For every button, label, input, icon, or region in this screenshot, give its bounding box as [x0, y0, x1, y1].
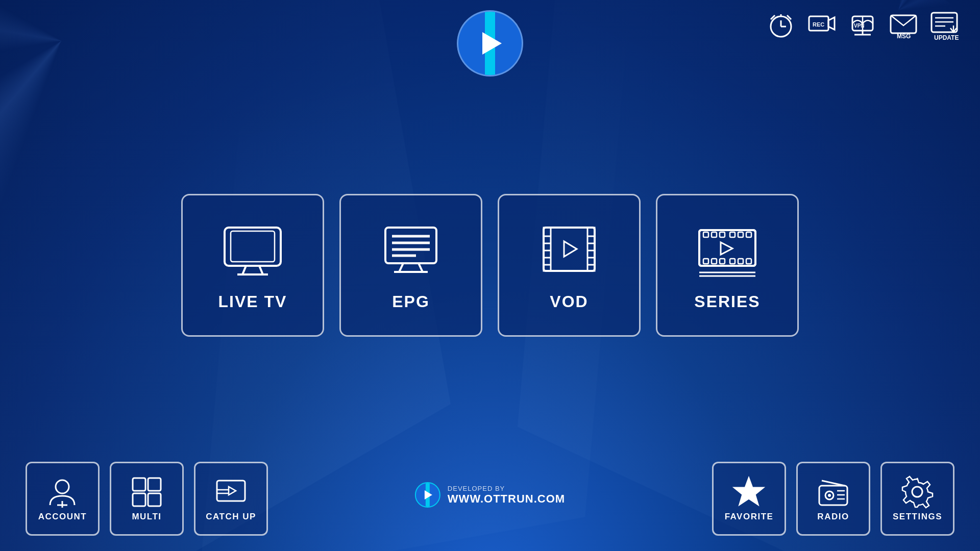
account-icon: [46, 475, 79, 509]
dev-text: DEVELOPED BY WWW.OTTRUN.COM: [448, 485, 565, 506]
svg-rect-22: [225, 228, 281, 266]
svg-rect-49: [699, 230, 755, 266]
multi-button[interactable]: MULTI: [110, 462, 184, 536]
star-icon: [732, 475, 766, 509]
vod-icon: [536, 220, 602, 286]
svg-rect-72: [148, 493, 161, 506]
vpn-button[interactable]: VPN: [847, 10, 878, 41]
svg-rect-61: [738, 259, 743, 264]
svg-rect-54: [730, 232, 735, 237]
svg-text:UPDATE: UPDATE: [934, 34, 959, 41]
svg-text:VPN: VPN: [854, 23, 865, 29]
svg-rect-71: [133, 493, 145, 506]
svg-line-32: [399, 263, 403, 272]
radio-label: RADIO: [817, 512, 849, 522]
svg-rect-51: [703, 232, 708, 237]
app-logo: [457, 10, 523, 77]
tv-icon: [219, 220, 286, 286]
svg-line-25: [259, 266, 263, 274]
catchup-icon: [214, 475, 248, 509]
svg-rect-60: [730, 259, 735, 264]
main-menu: LIVE TV EPG: [181, 194, 799, 337]
alarm-icon: [766, 10, 796, 41]
svg-rect-62: [746, 259, 751, 264]
svg-line-24: [242, 266, 246, 274]
top-toolbar: REC VPN MSG: [766, 10, 960, 41]
favorite-button[interactable]: FAVORITE: [712, 462, 786, 536]
dev-url-label: WWW.OTTRUN.COM: [448, 492, 565, 506]
rec-icon: REC: [806, 10, 837, 41]
svg-rect-73: [217, 481, 245, 501]
svg-marker-48: [564, 241, 577, 257]
svg-text:MSG: MSG: [897, 33, 911, 40]
epg-button[interactable]: EPG: [339, 194, 482, 337]
bottom-left-icons: ACCOUNT MULTI CA: [26, 462, 268, 536]
svg-point-81: [828, 494, 831, 497]
series-label: SERIES: [694, 292, 760, 311]
bottom-right-icons: FAVORITE RADIO: [712, 462, 954, 536]
msg-button[interactable]: MSG: [888, 10, 919, 41]
svg-rect-52: [712, 232, 717, 237]
alarm-button[interactable]: [766, 10, 796, 41]
vod-button[interactable]: VOD: [498, 194, 641, 337]
catch-up-label: CATCH UP: [206, 512, 256, 522]
update-icon: UPDATE: [929, 10, 960, 41]
catch-up-button[interactable]: CATCH UP: [194, 462, 268, 536]
multi-icon: [130, 475, 163, 509]
svg-marker-63: [721, 242, 732, 255]
svg-rect-50: [699, 230, 755, 266]
live-tv-label: LIVE TV: [218, 292, 287, 311]
rec-button[interactable]: REC: [806, 10, 837, 41]
svg-rect-55: [738, 232, 743, 237]
svg-rect-23: [231, 231, 275, 262]
radio-icon: [817, 475, 850, 509]
vpn-icon: VPN: [847, 10, 878, 41]
settings-label: SETTINGS: [893, 512, 942, 522]
account-label: ACCOUNT: [38, 512, 87, 522]
svg-marker-7: [828, 17, 835, 30]
svg-rect-57: [703, 259, 708, 264]
svg-line-33: [419, 263, 423, 272]
dev-logo: [415, 482, 440, 508]
bottom-bar: ACCOUNT MULTI CA: [0, 462, 980, 536]
settings-icon: [901, 475, 934, 509]
svg-point-66: [56, 480, 69, 493]
settings-button[interactable]: SETTINGS: [880, 462, 954, 536]
svg-rect-70: [148, 478, 161, 491]
svg-rect-69: [133, 478, 145, 491]
series-icon: [694, 220, 761, 286]
svg-rect-58: [712, 259, 717, 264]
live-tv-button[interactable]: LIVE TV: [181, 194, 324, 337]
update-button[interactable]: UPDATE: [929, 10, 960, 41]
radio-button[interactable]: RADIO: [796, 462, 870, 536]
developer-credit: DEVELOPED BY WWW.OTTRUN.COM: [415, 482, 565, 508]
svg-rect-59: [720, 259, 725, 264]
svg-marker-77: [734, 478, 763, 505]
svg-rect-56: [746, 232, 751, 237]
dev-by-label: DEVELOPED BY: [448, 485, 565, 492]
svg-point-85: [912, 487, 922, 497]
favorite-label: FAVORITE: [725, 512, 774, 522]
vod-label: VOD: [550, 292, 588, 311]
svg-rect-27: [385, 228, 436, 263]
svg-marker-74: [229, 487, 236, 495]
multi-label: MULTI: [132, 512, 161, 522]
msg-icon: MSG: [888, 10, 919, 41]
series-button[interactable]: SERIES: [656, 194, 799, 337]
svg-rect-53: [720, 232, 725, 237]
svg-text:REC: REC: [813, 21, 824, 28]
account-button[interactable]: ACCOUNT: [26, 462, 100, 536]
epg-label: EPG: [392, 292, 430, 311]
epg-icon: [378, 220, 444, 286]
